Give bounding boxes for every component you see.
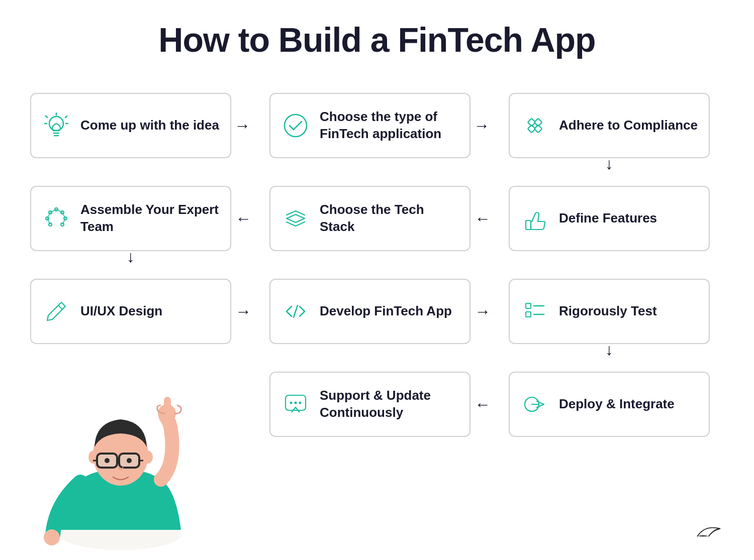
pencil-icon xyxy=(41,296,71,326)
svg-point-34 xyxy=(299,402,302,404)
arrow-right-7: → xyxy=(235,302,251,321)
deploy-icon xyxy=(520,389,550,419)
card-come-up-with-idea-label: Come up with the idea xyxy=(80,117,219,134)
diamond-icon xyxy=(520,110,550,141)
card-choose-fintech-type-label: Choose the type of FinTech application xyxy=(320,108,459,143)
svg-line-26 xyxy=(294,305,298,317)
card-choose-fintech-type: Choose the type of FinTech application xyxy=(269,93,470,158)
list-icon xyxy=(520,296,550,326)
card-develop-app: Develop FinTech App xyxy=(269,279,470,344)
card-choose-tech-stack: Choose the Tech Stack xyxy=(269,186,470,251)
card-develop-app-label: Develop FinTech App xyxy=(320,303,452,320)
card-uiux-design-label: UI/UX Design xyxy=(80,303,162,320)
svg-rect-49 xyxy=(164,397,171,415)
card-deploy-integrate-label: Deploy & Integrate xyxy=(559,396,675,413)
card-rigorously-test-label: Rigorously Test xyxy=(559,303,657,320)
arrow-right-2: → xyxy=(474,117,490,135)
card-adhere-compliance: Adhere to Compliance xyxy=(509,93,710,158)
card-choose-tech-stack-label: Choose the Tech Stack xyxy=(320,201,459,236)
card-rigorously-test: Rigorously Test xyxy=(509,279,710,344)
bird-decoration xyxy=(694,520,724,545)
page-title: How to Build a FinTech App xyxy=(0,0,754,74)
svg-line-25 xyxy=(58,305,62,309)
svg-point-50 xyxy=(44,529,60,545)
svg-line-2 xyxy=(46,116,47,118)
arrow-down-4: ↓ xyxy=(127,248,135,266)
svg-rect-27 xyxy=(526,303,531,308)
arrow-right-8: → xyxy=(475,302,491,321)
svg-point-47 xyxy=(127,458,132,463)
arrow-left-4: ← xyxy=(235,209,251,228)
chat-icon xyxy=(280,389,311,419)
svg-point-6 xyxy=(285,115,307,137)
lightbulb-icon xyxy=(41,110,71,141)
arrow-down-3: ↓ xyxy=(605,155,613,173)
arrow-right-1: → xyxy=(234,117,250,135)
arrow-left-10: ← xyxy=(475,395,491,414)
card-support-update-label: Support & Update Continuously xyxy=(320,387,459,421)
card-define-features-label: Define Features xyxy=(559,210,657,227)
arrow-down-9: ↓ xyxy=(605,341,613,359)
svg-point-46 xyxy=(105,458,110,463)
svg-point-40 xyxy=(143,451,153,464)
layers-icon xyxy=(280,203,311,234)
card-assemble-team: Assemble Your Expert Team xyxy=(30,186,231,251)
svg-point-33 xyxy=(295,402,297,404)
arrow-left-5: ← xyxy=(475,209,491,228)
card-deploy-integrate: Deploy & Integrate xyxy=(509,372,710,437)
card-adhere-compliance-label: Adhere to Compliance xyxy=(559,117,698,134)
thumbsup-icon xyxy=(520,203,550,234)
dots-icon xyxy=(41,203,71,234)
svg-line-3 xyxy=(65,116,67,118)
character-illustration xyxy=(15,349,226,560)
card-assemble-team-label: Assemble Your Expert Team xyxy=(80,201,220,236)
svg-rect-24 xyxy=(526,220,531,230)
card-uiux-design: UI/UX Design xyxy=(30,279,231,344)
card-support-update: Support & Update Continuously xyxy=(269,372,470,437)
code-icon xyxy=(280,296,311,326)
svg-rect-29 xyxy=(526,312,531,317)
card-come-up-with-idea: Come up with the idea xyxy=(30,93,231,158)
card-define-features: Define Features xyxy=(509,186,710,251)
svg-point-32 xyxy=(290,402,293,404)
checkmark-icon xyxy=(280,110,311,141)
